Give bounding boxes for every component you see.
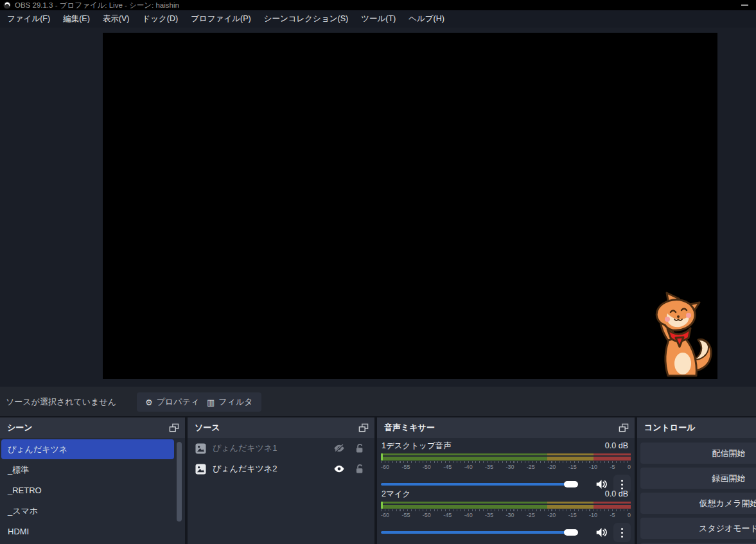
- scenes-dock-title: シーン: [7, 422, 169, 434]
- channel-name: 2マイク: [382, 489, 410, 500]
- statusbar: ソースが選択されていません ⚙ プロパティ ▥ フィルタ: [0, 387, 756, 416]
- meter-tick-labels: -60-55-50-45-40-35-30-25-20-15-10-50: [381, 464, 631, 470]
- scenes-dock-header: シーン: [0, 417, 185, 438]
- filters-button-label: フィルタ: [218, 396, 252, 408]
- scene-item[interactable]: HDMI: [0, 522, 185, 542]
- start-recording-button[interactable]: 録画開始: [640, 468, 756, 489]
- channel-name: 1デスクトップ音声: [382, 441, 452, 452]
- sources-dock-header: ソース: [188, 417, 374, 438]
- scenes-scrollbar[interactable]: [177, 442, 182, 522]
- studio-mode-button[interactable]: スタジオモード: [640, 518, 756, 539]
- volume-slider-handle[interactable]: [564, 529, 578, 536]
- unlock-icon[interactable]: [354, 464, 365, 474]
- mixer-dock-header: 音声ミキサー: [377, 417, 635, 438]
- popout-icon[interactable]: [358, 423, 369, 432]
- meter-tickmarks: [381, 461, 631, 463]
- source-label: ぴょんだキツネ1: [213, 443, 327, 454]
- scene-item[interactable]: _スマホ: [0, 501, 185, 522]
- properties-button[interactable]: ⚙ プロパティ: [137, 392, 207, 412]
- menu-view[interactable]: 表示(V): [96, 10, 136, 28]
- filter-icon: ▥: [207, 398, 215, 407]
- source-label: ぴょんだキツネ2: [213, 463, 327, 475]
- speaker-icon[interactable]: [595, 527, 608, 538]
- mixer-dock-title: 音声ミキサー: [384, 422, 619, 434]
- menu-edit[interactable]: 編集(E): [57, 10, 96, 28]
- scene-item[interactable]: _RETRO: [0, 480, 185, 501]
- workspace: [0, 28, 756, 387]
- channel-options-button[interactable]: [613, 523, 631, 542]
- scene-item-selected[interactable]: ぴょんだキツネ: [1, 439, 174, 459]
- meter-tickmarks: [381, 509, 631, 511]
- scenes-dock: シーン ぴょんだキツネ _標準 _RETRO _スマホ HDMI: [0, 417, 185, 544]
- menu-dock[interactable]: ドック(D): [136, 10, 184, 28]
- audio-mixer-dock: 音声ミキサー 1デスクトップ音声 0.0 dB -60-55-50-45-40-…: [377, 417, 635, 544]
- popout-icon[interactable]: [169, 423, 179, 432]
- minimize-button[interactable]: [741, 4, 748, 6]
- mixer-channel-desktop-audio: 1デスクトップ音声 0.0 dB -60-55-50-45-40-35-30-2…: [381, 441, 631, 494]
- volume-meter: [381, 453, 631, 461]
- fox-mascot-image: [646, 291, 716, 379]
- start-streaming-button[interactable]: 配信開始: [640, 443, 756, 464]
- menu-help[interactable]: ヘルプ(H): [402, 10, 451, 28]
- source-row[interactable]: ぴょんだキツネ1: [188, 438, 374, 459]
- image-source-icon: [195, 464, 206, 475]
- sources-dock-title: ソース: [195, 422, 358, 434]
- window-title: OBS 29.1.3 - プロファイル: Live - シーン: haishin: [15, 1, 179, 10]
- sources-dock: ソース ぴょんだキツネ1: [188, 417, 374, 544]
- properties-button-label: プロパティ: [157, 396, 200, 408]
- volume-slider[interactable]: [381, 523, 590, 542]
- volume-meter: [381, 502, 631, 509]
- start-virtual-camera-button[interactable]: 仮想カメラ開始: [640, 493, 756, 514]
- obs-logo-icon: [3, 1, 11, 9]
- unlock-icon[interactable]: [354, 443, 365, 453]
- volume-slider-handle[interactable]: [564, 481, 578, 487]
- meter-tick-labels: -60-55-50-45-40-35-30-25-20-15-10-50: [381, 512, 631, 518]
- controls-dock-header: コントロール: [637, 417, 756, 438]
- menu-scene-collection[interactable]: シーンコレクション(S): [258, 10, 355, 28]
- channel-db-value: 0.0 dB: [605, 441, 628, 450]
- source-row[interactable]: ぴょんだキツネ2: [188, 459, 374, 479]
- filters-button[interactable]: ▥ フィルタ: [198, 392, 261, 412]
- eye-icon[interactable]: [333, 464, 345, 474]
- menu-file[interactable]: ファイル(F): [1, 10, 57, 28]
- image-source-icon: [195, 443, 206, 454]
- eye-slash-icon[interactable]: [333, 443, 345, 453]
- controls-dock: コントロール 配信開始 録画開始 仮想カメラ開始 スタジオモード: [637, 417, 756, 544]
- titlebar: OBS 29.1.3 - プロファイル: Live - シーン: haishin: [0, 0, 756, 10]
- scene-item[interactable]: _標準: [0, 460, 185, 480]
- channel-db-value: 0.0 dB: [605, 489, 628, 498]
- popout-icon[interactable]: [619, 423, 629, 432]
- mixer-channel-mic: 2マイク 0.0 dB -60-55-50-45-40-35-30-25-20-…: [381, 489, 631, 542]
- menubar: ファイル(F) 編集(E) 表示(V) ドック(D) プロファイル(P) シーン…: [0, 10, 756, 28]
- docks-area: シーン ぴょんだキツネ _標準 _RETRO _スマホ HDMI ソース: [0, 416, 756, 544]
- controls-dock-title: コントロール: [644, 422, 756, 434]
- gear-icon: ⚙: [145, 398, 153, 407]
- menu-profile[interactable]: プロファイル(P): [184, 10, 257, 28]
- menu-tools[interactable]: ツール(T): [355, 10, 402, 28]
- preview-canvas[interactable]: [103, 33, 717, 379]
- no-source-selected-message: ソースが選択されていません: [6, 396, 116, 408]
